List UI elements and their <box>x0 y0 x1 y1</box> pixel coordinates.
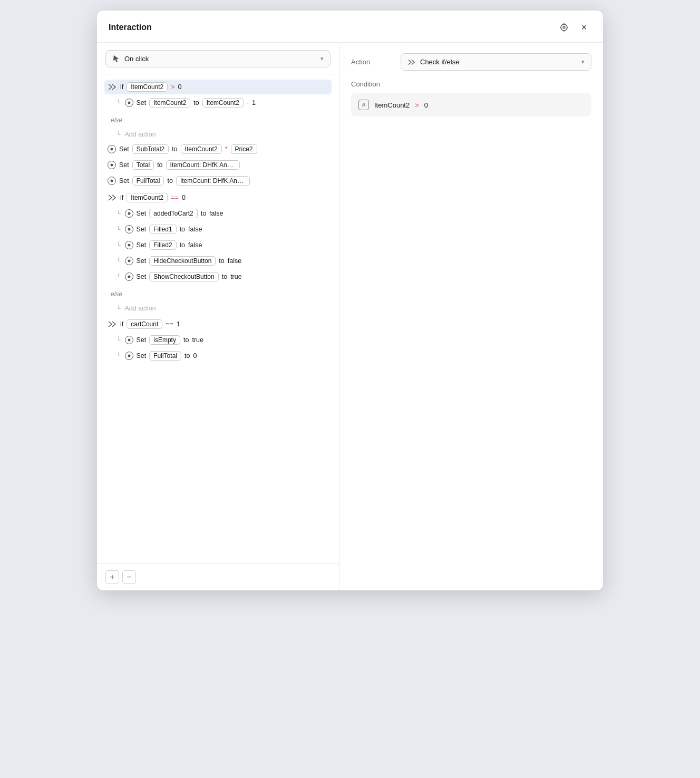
actions-list: if ItemCount2 > 0 └ Set ItemCount2 to It… <box>97 74 339 563</box>
set-icon <box>108 161 116 169</box>
action-select-label: Check if/else <box>420 58 459 66</box>
svg-point-8 <box>111 164 113 167</box>
if-icon <box>108 193 117 202</box>
set-icon <box>125 99 133 107</box>
svg-point-6 <box>128 102 130 104</box>
modal-title: Interaction <box>109 23 152 32</box>
modal-body: On click ▾ if ItemCount2 <box>97 43 603 590</box>
set-icon <box>125 225 133 234</box>
action-item[interactable]: └ Set Filled2 to false <box>104 238 332 252</box>
target-icon-button[interactable] <box>557 20 571 35</box>
svg-point-12 <box>128 244 130 247</box>
if-icon <box>108 83 117 91</box>
var-tag: ItemCount2 <box>127 82 168 92</box>
action-field-row: Action Check if/else ▾ <box>351 53 591 71</box>
condition-op: > <box>415 101 419 109</box>
op-label: > <box>171 83 174 91</box>
condition-section: Condition # ItemCount2 > 0 <box>351 80 591 116</box>
hash-icon: # <box>358 100 369 110</box>
set-icon <box>125 273 133 281</box>
add-action-placeholder-2: Add action <box>125 305 156 312</box>
condition-box: # ItemCount2 > 0 <box>351 93 591 116</box>
svg-point-1 <box>563 26 565 28</box>
trigger-select[interactable]: On click ▾ <box>105 50 330 67</box>
action-chevron-icon: ▾ <box>581 59 585 65</box>
var-tag: ItemCount2 <box>202 98 244 108</box>
action-item[interactable]: └ Set ShowCheckoutButton to true <box>104 269 332 284</box>
else-item: else <box>104 111 332 127</box>
action-select[interactable]: Check if/else ▾ <box>401 53 591 71</box>
action-item[interactable]: └ Set ItemCount2 to ItemCount2 - 1 <box>104 95 332 110</box>
left-panel: On click ▾ if ItemCount2 <box>97 43 339 590</box>
check-if-else-icon <box>407 59 416 66</box>
set-icon <box>108 177 116 185</box>
add-action-item-2[interactable]: └ Add action <box>104 302 332 315</box>
svg-point-16 <box>128 355 130 357</box>
add-action-button[interactable]: + <box>105 570 119 584</box>
val-label: 0 <box>178 83 182 91</box>
action-field-label: Action <box>351 58 393 66</box>
set-icon <box>125 257 133 265</box>
close-button[interactable]: × <box>577 20 591 35</box>
add-action-item[interactable]: └ Add action <box>104 128 332 141</box>
trigger-row: On click ▾ <box>97 43 339 74</box>
svg-point-15 <box>128 339 130 342</box>
bottom-bar: + − <box>97 563 339 590</box>
svg-point-10 <box>128 212 130 215</box>
svg-point-14 <box>128 276 130 278</box>
svg-point-13 <box>128 260 130 262</box>
action-item[interactable]: if ItemCount2 > 0 <box>104 80 332 94</box>
set-icon <box>125 336 133 344</box>
if-icon <box>108 320 117 328</box>
action-item[interactable]: └ Set HideCheckoutButton to false <box>104 254 332 268</box>
action-item[interactable]: Set SubTotal2 to ItemCount2 * Price2 <box>104 142 332 157</box>
action-item[interactable]: └ Set FullTotal to 0 <box>104 348 332 363</box>
action-item[interactable]: if ItemCount2 == 0 <box>104 190 332 205</box>
cursor-icon <box>112 55 120 63</box>
if-keyword: if <box>120 83 123 91</box>
action-item[interactable]: Set Total to ItemCount: DHfK Anniversar <box>104 158 332 172</box>
svg-point-7 <box>111 148 113 151</box>
right-panel: Action Check if/else ▾ Condition <box>339 43 603 590</box>
set-icon <box>108 145 116 153</box>
interaction-modal: Interaction × <box>97 11 603 590</box>
modal-header-icons: × <box>557 20 591 35</box>
svg-point-0 <box>561 24 567 31</box>
action-item[interactable]: └ Set isEmpty to true <box>104 333 332 347</box>
action-item[interactable]: if cartCount == 1 <box>104 317 332 332</box>
action-item[interactable]: └ Set addedToCart2 to false <box>104 206 332 221</box>
var-tag: ItemCount2 <box>149 98 190 108</box>
action-item[interactable]: Set FullTotal to ItemCount: DHfK Anniver <box>104 173 332 188</box>
modal-header: Interaction × <box>97 11 603 43</box>
remove-action-button[interactable]: − <box>122 570 136 584</box>
set-icon <box>125 352 133 360</box>
svg-point-11 <box>128 228 130 231</box>
trigger-label: On click <box>124 55 149 63</box>
action-item[interactable]: └ Set Filled1 to false <box>104 222 332 237</box>
svg-point-9 <box>111 180 113 182</box>
set-icon <box>125 209 133 218</box>
add-action-placeholder: Add action <box>125 131 156 138</box>
condition-label: Condition <box>351 80 591 88</box>
else-item-2: else <box>104 285 332 301</box>
condition-var: ItemCount2 <box>374 101 410 109</box>
condition-val: 0 <box>424 101 428 109</box>
set-icon <box>125 241 133 249</box>
trigger-chevron-icon: ▾ <box>320 55 324 62</box>
